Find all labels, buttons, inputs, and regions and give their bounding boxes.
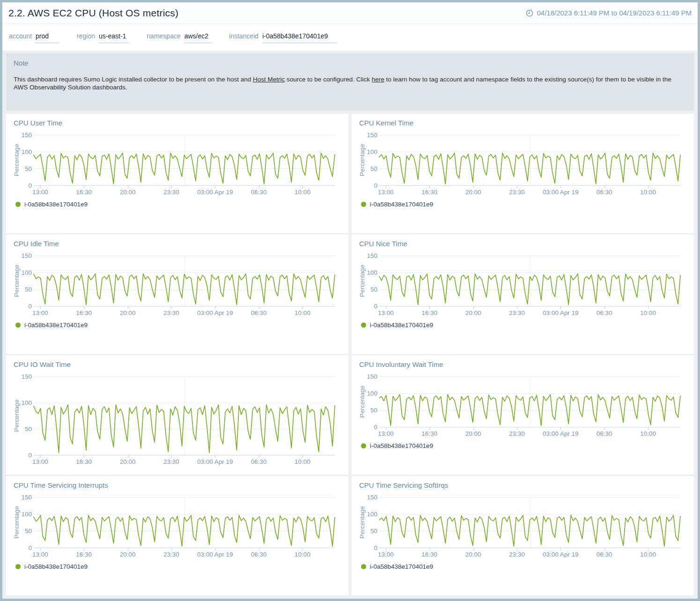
filter-region[interactable]: region us-east-1 (77, 31, 129, 43)
y-tick-label: 100 (367, 510, 377, 517)
chart-legend[interactable]: i-0a58b438e170401e9 (6, 563, 348, 570)
series-line (34, 135, 335, 185)
host-metric-link[interactable]: Host Metric (253, 76, 285, 83)
plot-area[interactable] (34, 256, 335, 306)
x-tick-mark (215, 307, 215, 309)
series-line (34, 376, 335, 455)
y-tick-label: 150 (21, 373, 32, 380)
plot-area[interactable] (34, 497, 335, 548)
filter-value[interactable]: aws/ec2 (184, 31, 211, 43)
y-tick-label: 0 (28, 451, 32, 458)
y-tick-label: 50 (25, 286, 32, 293)
y-tick-label: 100 (367, 148, 377, 155)
x-tick-mark (648, 548, 648, 550)
x-tick-mark (84, 455, 84, 458)
plot-area[interactable] (379, 135, 680, 185)
y-tick-label: 0 (374, 302, 377, 309)
y-tick-label: 0 (374, 544, 377, 551)
chart-legend[interactable]: i-0a58b438e170401e9 (352, 201, 694, 208)
panel-cpu-user-time: CPU User Time Percentage15010050013:0016… (6, 114, 348, 233)
y-tick-label: 0 (374, 182, 377, 189)
x-tick-label: 16:30 (76, 189, 92, 196)
x-tick-label: 06:30 (597, 551, 612, 558)
line-chart[interactable]: Percentage15010050013:0016:3020:0023:300… (6, 128, 348, 199)
line-chart[interactable]: Percentage15010050013:0016:3020:0023:300… (6, 490, 348, 562)
y-axis-ticks: 150100500 (6, 135, 32, 185)
line-chart[interactable]: Percentage15010050013:0016:3020:0023:300… (352, 369, 694, 441)
x-tick-mark (517, 186, 517, 188)
filter-value[interactable]: prod (36, 31, 59, 43)
chart-title: CPU IO Wait Time (14, 360, 348, 369)
x-tick-label: 06:30 (251, 189, 267, 196)
plot-area[interactable] (379, 497, 680, 548)
plot-area[interactable] (379, 256, 680, 306)
x-tick-label: 23:30 (509, 551, 525, 558)
x-tick-mark (215, 186, 215, 188)
line-chart[interactable]: Percentage15010050013:0016:3020:0023:300… (352, 249, 694, 320)
x-tick-mark (259, 548, 259, 550)
chart-legend[interactable]: i-0a58b438e170401e9 (352, 322, 694, 329)
x-axis-ticks: 13:0016:3020:0023:3003:00 Apr 1906:3010:… (379, 185, 680, 197)
x-tick-mark (517, 548, 517, 550)
plot-area[interactable] (379, 376, 680, 427)
x-tick-mark (40, 548, 41, 550)
chart-legend[interactable]: i-0a58b438e170401e9 (6, 322, 348, 329)
x-tick-label: 23:30 (163, 551, 179, 558)
y-tick-label: 50 (370, 527, 377, 534)
x-tick-label: 06:30 (251, 551, 267, 558)
y-axis-ticks: 150100500 (352, 256, 377, 306)
y-axis-ticks: 150100500 (352, 497, 377, 548)
chart-legend[interactable]: i-0a58b438e170401e9 (352, 442, 694, 449)
chart-legend[interactable]: i-0a58b438e170401e9 (352, 563, 694, 570)
dashboard-header: 2.2. AWS EC2 CPU (Host OS metrics) 04/18… (2, 2, 698, 24)
series-color-dot (15, 322, 21, 328)
x-tick-label: 16:30 (76, 551, 92, 558)
x-tick-label: 03:00 Apr 19 (197, 458, 233, 465)
x-tick-mark (84, 548, 84, 550)
filter-value[interactable]: us-east-1 (99, 31, 129, 43)
x-tick-label: 20:00 (120, 309, 136, 316)
x-tick-label: 10:00 (295, 309, 310, 316)
y-tick-label: 150 (21, 493, 32, 500)
panel-cpu-nice-time: CPU Nice Time Percentage15010050013:0016… (352, 235, 694, 354)
here-link[interactable]: here (372, 76, 384, 83)
line-chart[interactable]: Percentage15010050013:0016:3020:0023:300… (6, 369, 348, 469)
time-range-picker[interactable]: 04/18/2023 6:11:49 PM to 04/19/2023 6:11… (526, 9, 692, 17)
chart-legend[interactable]: i-0a58b438e170401e9 (6, 201, 348, 208)
x-tick-mark (302, 307, 303, 309)
plot-area[interactable] (34, 376, 335, 455)
series-color-dot (361, 202, 366, 207)
line-chart[interactable]: Percentage15010050013:0016:3020:0023:300… (352, 490, 694, 562)
x-tick-label: 03:00 Apr 19 (543, 551, 579, 558)
y-tick-label: 0 (28, 302, 32, 309)
filter-label: region (77, 32, 95, 40)
filter-instanceid[interactable]: instanceid i-0a58b438e170401e9 (229, 31, 337, 43)
panel-cpu-io-wait-time: CPU IO Wait Time Percentage15010050013:0… (6, 355, 348, 475)
x-tick-mark (171, 186, 172, 188)
plot-area[interactable] (34, 135, 335, 185)
dashboard: 2.2. AWS EC2 CPU (Host OS metrics) 04/18… (0, 0, 700, 601)
y-tick-label: 50 (370, 406, 377, 413)
series-color-dot (15, 202, 21, 207)
x-tick-mark (302, 548, 303, 550)
x-tick-label: 20:00 (465, 309, 481, 316)
x-tick-mark (429, 548, 430, 550)
x-tick-mark (473, 186, 474, 188)
y-tick-label: 100 (21, 399, 32, 406)
x-tick-mark (171, 307, 172, 309)
y-axis-ticks: 150100500 (6, 497, 32, 548)
y-tick-label: 50 (25, 425, 32, 432)
series-name: i-0a58b438e170401e9 (370, 201, 433, 208)
y-axis-ticks: 150100500 (352, 135, 377, 185)
charts-grid: CPU User Time Percentage15010050013:0016… (6, 114, 694, 595)
line-chart[interactable]: Percentage15010050013:0016:3020:0023:300… (6, 249, 348, 320)
filter-namespace[interactable]: namespace aws/ec2 (147, 31, 211, 43)
x-tick-mark (560, 186, 561, 188)
filter-value[interactable]: i-0a58b438e170401e9 (262, 31, 337, 43)
filter-account[interactable]: account prod (9, 31, 59, 43)
y-axis-ticks: 150100500 (6, 376, 32, 455)
series-name: i-0a58b438e170401e9 (370, 442, 433, 449)
x-tick-mark (386, 307, 386, 309)
x-tick-label: 03:00 Apr 19 (543, 309, 579, 316)
line-chart[interactable]: Percentage15010050013:0016:3020:0023:300… (352, 128, 694, 199)
